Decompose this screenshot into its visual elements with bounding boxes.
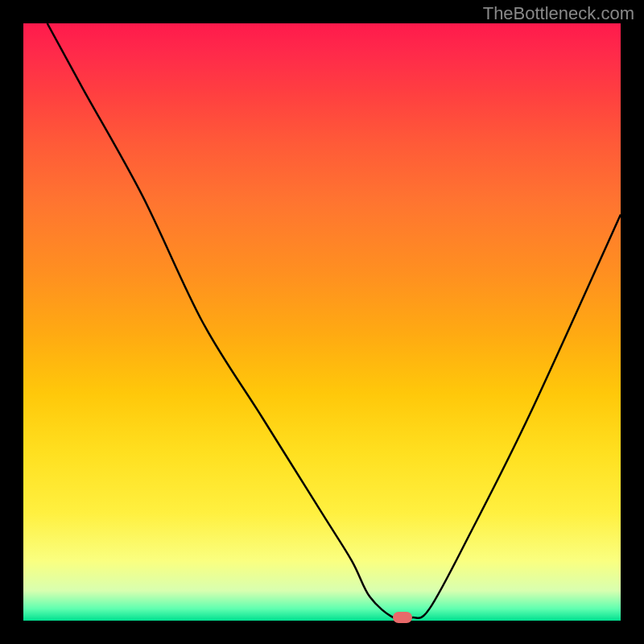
watermark-text: TheBottleneck.com — [483, 3, 634, 24]
optimum-marker — [393, 612, 412, 623]
plot-area — [23, 23, 621, 621]
bottleneck-curve — [23, 23, 621, 621]
